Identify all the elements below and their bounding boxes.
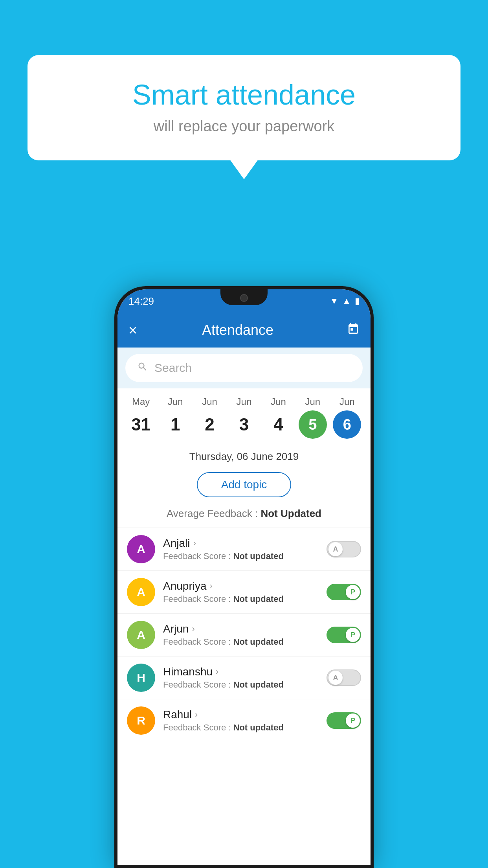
student-item-1[interactable]: AAnupriya ›Feedback Score : Not updatedP bbox=[117, 571, 371, 614]
camera-dot bbox=[240, 294, 248, 302]
wifi-icon: ▼ bbox=[330, 296, 338, 306]
date-month-1: Jun bbox=[168, 396, 183, 407]
chevron-icon-3: › bbox=[216, 667, 218, 677]
student-info-0: Anjali ›Feedback Score : Not updated bbox=[163, 537, 319, 561]
add-topic-wrapper: Add topic bbox=[117, 467, 371, 504]
date-item-0[interactable]: May31 bbox=[127, 396, 155, 439]
phone-notch bbox=[220, 289, 268, 305]
battery-icon: ▮ bbox=[355, 296, 360, 306]
toggle-knob-3: A bbox=[328, 671, 343, 685]
student-toggle-0[interactable]: A bbox=[327, 541, 361, 557]
date-day-6: 6 bbox=[333, 410, 361, 439]
date-day-4: 4 bbox=[264, 410, 292, 439]
student-item-4[interactable]: RRahul ›Feedback Score : Not updatedP bbox=[117, 699, 371, 742]
date-item-4[interactable]: Jun4 bbox=[264, 396, 292, 439]
date-month-5: Jun bbox=[305, 396, 320, 407]
search-bar[interactable]: Search bbox=[125, 354, 363, 382]
date-day-5: 5 bbox=[299, 410, 327, 439]
chevron-icon-0: › bbox=[193, 538, 196, 548]
student-info-3: Himanshu ›Feedback Score : Not updated bbox=[163, 666, 319, 690]
student-feedback-3: Feedback Score : Not updated bbox=[163, 680, 319, 690]
student-toggle-1[interactable]: P bbox=[327, 584, 361, 600]
student-toggle-4[interactable]: P bbox=[327, 712, 361, 729]
date-item-5[interactable]: Jun5 bbox=[299, 396, 327, 439]
calendar-icon[interactable] bbox=[347, 323, 360, 338]
date-item-2[interactable]: Jun2 bbox=[196, 396, 224, 439]
student-avatar-4: R bbox=[127, 706, 155, 735]
status-time: 14:29 bbox=[128, 295, 154, 307]
bubble-title: Smart attendance bbox=[59, 79, 429, 111]
student-avatar-0: A bbox=[127, 535, 155, 563]
student-name-2: Arjun › bbox=[163, 623, 319, 635]
feedback-value: Not Updated bbox=[261, 508, 321, 519]
student-name-3: Himanshu › bbox=[163, 666, 319, 678]
chevron-icon-1: › bbox=[210, 581, 213, 591]
date-day-2: 2 bbox=[196, 410, 224, 439]
date-item-1[interactable]: Jun1 bbox=[161, 396, 189, 439]
date-day-1: 1 bbox=[161, 410, 189, 439]
app-bar: × Attendance bbox=[117, 313, 371, 348]
student-item-2[interactable]: AArjun ›Feedback Score : Not updatedP bbox=[117, 614, 371, 657]
app-bar-title: Attendance bbox=[128, 322, 347, 338]
search-placeholder: Search bbox=[154, 361, 192, 375]
toggle-knob-2: P bbox=[346, 628, 360, 642]
phone-frame: 14:29 ▼ ▲ ▮ × Attendance bbox=[114, 286, 374, 868]
student-avatar-2: A bbox=[127, 621, 155, 649]
chevron-icon-2: › bbox=[192, 624, 194, 634]
student-info-2: Arjun ›Feedback Score : Not updated bbox=[163, 623, 319, 647]
add-topic-button[interactable]: Add topic bbox=[197, 472, 292, 497]
student-avatar-1: A bbox=[127, 578, 155, 606]
date-month-2: Jun bbox=[202, 396, 217, 407]
phone-inner: 14:29 ▼ ▲ ▮ × Attendance bbox=[117, 289, 371, 865]
feedback-label: Average Feedback : bbox=[167, 508, 261, 519]
date-item-3[interactable]: Jun3 bbox=[230, 396, 258, 439]
toggle-knob-0: A bbox=[328, 542, 343, 556]
student-name-0: Anjali › bbox=[163, 537, 319, 550]
date-picker: May31Jun1Jun2Jun3Jun4Jun5Jun6 bbox=[117, 388, 371, 443]
student-toggle-3[interactable]: A bbox=[327, 669, 361, 686]
student-item-0[interactable]: AAnjali ›Feedback Score : Not updatedA bbox=[117, 528, 371, 571]
selected-date-text: Thursday, 06 June 2019 bbox=[189, 451, 299, 462]
student-avatar-3: H bbox=[127, 664, 155, 692]
date-month-0: May bbox=[132, 396, 150, 407]
student-item-3[interactable]: HHimanshu ›Feedback Score : Not updatedA bbox=[117, 657, 371, 699]
student-feedback-2: Feedback Score : Not updated bbox=[163, 637, 319, 647]
student-name-1: Anupriya › bbox=[163, 580, 319, 592]
student-list: AAnjali ›Feedback Score : Not updatedAAA… bbox=[117, 528, 371, 742]
toggle-knob-4: P bbox=[346, 714, 360, 728]
date-month-4: Jun bbox=[271, 396, 286, 407]
date-day-3: 3 bbox=[230, 410, 258, 439]
feedback-summary: Average Feedback : Not Updated bbox=[117, 504, 371, 528]
date-month-3: Jun bbox=[237, 396, 252, 407]
date-month-6: Jun bbox=[339, 396, 355, 407]
chevron-icon-4: › bbox=[195, 710, 198, 720]
student-feedback-4: Feedback Score : Not updated bbox=[163, 723, 319, 733]
student-feedback-1: Feedback Score : Not updated bbox=[163, 594, 319, 604]
student-feedback-0: Feedback Score : Not updated bbox=[163, 551, 319, 561]
student-toggle-2[interactable]: P bbox=[327, 627, 361, 643]
student-info-1: Anupriya ›Feedback Score : Not updated bbox=[163, 580, 319, 604]
status-icons: ▼ ▲ ▮ bbox=[330, 296, 360, 306]
selected-date-info: Thursday, 06 June 2019 bbox=[117, 443, 371, 467]
speech-bubble-wrapper: Smart attendance will replace your paper… bbox=[28, 55, 460, 160]
date-item-6[interactable]: Jun6 bbox=[333, 396, 361, 439]
student-name-4: Rahul › bbox=[163, 708, 319, 721]
bubble-subtitle: will replace your paperwork bbox=[59, 118, 429, 135]
search-icon bbox=[137, 361, 148, 375]
signal-icon: ▲ bbox=[342, 296, 351, 306]
speech-bubble: Smart attendance will replace your paper… bbox=[28, 55, 460, 160]
student-info-4: Rahul ›Feedback Score : Not updated bbox=[163, 708, 319, 733]
search-bar-wrapper: Search bbox=[117, 348, 371, 388]
date-day-0: 31 bbox=[127, 410, 155, 439]
toggle-knob-1: P bbox=[346, 585, 360, 599]
